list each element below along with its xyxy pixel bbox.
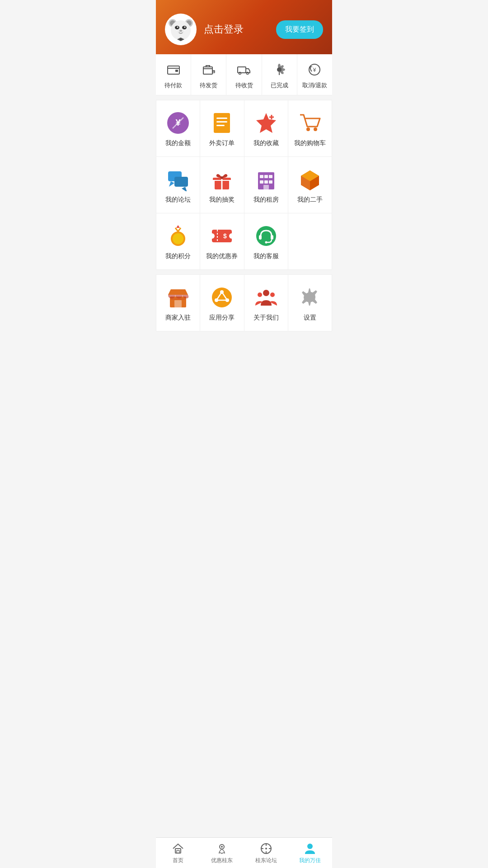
grid-label-my-forum: 我的论坛 [165, 196, 191, 204]
nav-item-mine[interactable]: 我的万佳 [288, 838, 333, 868]
content: 待付款 待发货 [156, 54, 332, 361]
grid-item-empty [288, 213, 332, 270]
svg-point-35 [306, 127, 310, 131]
bottom-nav: 首页 优惠桂东 桂东论坛 [156, 837, 332, 868]
svg-point-88 [265, 848, 267, 849]
svg-rect-50 [260, 180, 263, 184]
truck-icon [236, 61, 252, 78]
grid-section-3: 我的积分 $ 我的优惠券 [156, 213, 332, 270]
order-item-pending-receipt[interactable]: 待收货 [226, 54, 262, 95]
wallet-icon [165, 61, 182, 78]
grid-item-my-cart[interactable]: 我的购物车 [288, 100, 332, 157]
grid-label-app-share: 应用分享 [209, 314, 235, 322]
order-bar: 待付款 待发货 [156, 54, 332, 95]
grid-label-takeout-order: 外卖订单 [209, 139, 235, 147]
grid-item-about-us[interactable]: 关于我们 [244, 275, 288, 331]
svg-rect-16 [238, 67, 246, 73]
svg-rect-66 [259, 235, 262, 240]
svg-point-68 [265, 241, 267, 244]
grid-section-1: ¥ 我的金额 外卖订单 [156, 100, 332, 157]
svg-text:$: $ [223, 232, 227, 240]
avatar[interactable] [165, 14, 197, 45]
grid-item-settings[interactable]: 设置 [288, 275, 332, 331]
svg-point-86 [221, 846, 223, 848]
nav-label-forum: 桂东论坛 [255, 857, 277, 864]
svg-rect-52 [269, 180, 272, 184]
nav-label-mine: 我的万佳 [299, 857, 321, 864]
nav-label-home: 首页 [173, 857, 183, 864]
star-plus-icon [254, 111, 278, 135]
grid-item-my-points[interactable]: 我的积分 [156, 213, 200, 270]
refund-icon: ¥ [306, 61, 323, 78]
order-label-cancelled: 取消/退款 [302, 81, 328, 90]
grid-label-my-favorites: 我的收藏 [253, 139, 279, 147]
grid-item-my-service[interactable]: 我的客服 [244, 213, 288, 270]
grid-label-my-cart: 我的购物车 [294, 139, 326, 147]
compass-icon [260, 842, 272, 855]
grid-item-takeout-order[interactable]: 外卖订单 [200, 100, 244, 157]
svg-point-93 [307, 844, 313, 849]
svg-rect-48 [264, 175, 268, 178]
order-label-pending-receipt: 待收货 [235, 81, 253, 90]
svg-point-81 [270, 292, 275, 297]
svg-marker-32 [256, 113, 276, 133]
grid-item-my-forum[interactable]: 我的论坛 [156, 157, 200, 213]
grid-item-app-share[interactable]: 应用分享 [200, 275, 244, 331]
svg-marker-38 [169, 181, 174, 187]
svg-rect-70 [174, 300, 182, 307]
order-list-icon [210, 111, 234, 135]
svg-rect-31 [216, 125, 225, 126]
nav-item-home[interactable]: 首页 [156, 838, 200, 868]
svg-rect-49 [269, 175, 272, 178]
svg-point-36 [314, 127, 317, 131]
svg-point-59 [173, 233, 183, 244]
svg-rect-67 [271, 235, 273, 240]
team-icon [254, 286, 278, 309]
svg-rect-30 [216, 121, 227, 123]
svg-rect-28 [214, 113, 230, 133]
nav-item-forum[interactable]: 桂东论坛 [244, 838, 288, 868]
order-item-pending-shipment[interactable]: 待发货 [191, 54, 226, 95]
svg-point-23 [277, 67, 282, 72]
nav-label-deals: 优惠桂东 [211, 857, 233, 864]
grid-item-my-amount[interactable]: ¥ 我的金额 [156, 100, 200, 157]
svg-point-80 [258, 292, 262, 297]
grid-item-my-secondhand[interactable]: 我的二手 [288, 157, 332, 213]
order-label-pending-shipment: 待发货 [200, 81, 217, 90]
grid-section-2: 我的论坛 我的抽奖 [156, 157, 332, 213]
svg-rect-13 [175, 70, 178, 72]
yen-circle-icon: ¥ [166, 111, 190, 135]
grid-item-my-rental[interactable]: 我的租房 [244, 157, 288, 213]
grid-label-my-amount: 我的金额 [165, 139, 191, 147]
order-item-cancelled[interactable]: ¥ 取消/退款 [297, 54, 332, 95]
svg-point-45 [221, 176, 223, 179]
order-item-pending-payment[interactable]: 待付款 [156, 54, 191, 95]
grid-item-merchant-join[interactable]: 商家入驻 [156, 275, 200, 331]
grid-label-settings: 设置 [304, 314, 316, 322]
home-icon [172, 842, 184, 855]
header: 点击登录 我要签到 [156, 0, 332, 54]
cart-icon [298, 111, 322, 135]
person-icon [304, 842, 316, 855]
svg-point-11 [180, 38, 182, 40]
svg-point-79 [263, 290, 269, 296]
store-icon [166, 286, 190, 309]
svg-rect-60 [212, 230, 232, 242]
svg-rect-71 [171, 298, 185, 300]
grid-section-4: 商家入驻 应用分享 [156, 274, 332, 331]
svg-point-10 [179, 30, 182, 32]
nav-item-deals[interactable]: 优惠桂东 [200, 838, 244, 868]
gift-icon [210, 168, 234, 191]
login-text[interactable]: 点击登录 [204, 23, 244, 36]
grid-label-my-lottery: 我的抽奖 [209, 196, 235, 204]
grid-label-about-us: 关于我们 [253, 314, 279, 322]
building-icon [254, 168, 278, 191]
grid-item-my-lottery[interactable]: 我的抽奖 [200, 157, 244, 213]
headset-icon [254, 224, 278, 248]
grid-item-my-coupons[interactable]: $ 我的优惠券 [200, 213, 244, 270]
sign-in-button[interactable]: 我要签到 [276, 20, 323, 39]
grid-label-my-coupons: 我的优惠券 [206, 252, 238, 260]
order-item-completed[interactable]: 已完成 [262, 54, 297, 95]
grid-item-my-favorites[interactable]: 我的收藏 [244, 100, 288, 157]
svg-marker-40 [182, 187, 187, 191]
